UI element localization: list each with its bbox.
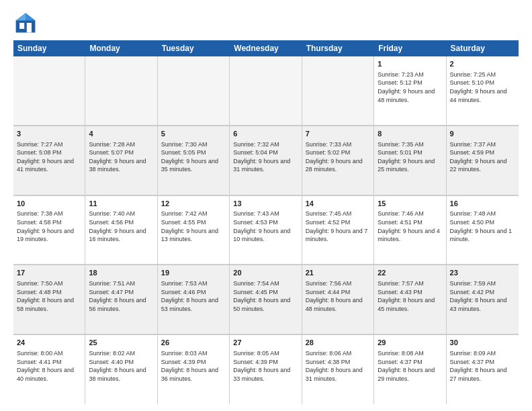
header-day-tuesday: Tuesday [158,40,230,56]
day-info: Sunrise: 7:32 AM Sunset: 5:04 PM Dayligh… [233,140,298,174]
day-info: Sunrise: 8:02 AM Sunset: 4:40 PM Dayligh… [89,349,153,383]
day-number: 22 [378,268,442,278]
day-info: Sunrise: 7:51 AM Sunset: 4:47 PM Dayligh… [89,279,153,313]
logo [13,11,40,35]
calendar-row-3: 17Sunrise: 7:50 AM Sunset: 4:48 PM Dayli… [13,265,519,335]
calendar-cell: 2Sunrise: 7:25 AM Sunset: 5:10 PM Daylig… [447,56,519,126]
day-info: Sunrise: 7:48 AM Sunset: 4:50 PM Dayligh… [450,210,515,243]
calendar-cell: 20Sunrise: 7:54 AM Sunset: 4:45 PM Dayli… [230,265,302,334]
header-day-monday: Monday [85,40,157,56]
day-number: 6 [233,129,298,139]
calendar-cell: 16Sunrise: 7:48 AM Sunset: 4:50 PM Dayli… [447,196,519,265]
day-number: 18 [89,268,153,278]
calendar-cell [85,56,157,126]
calendar-cell: 30Sunrise: 8:09 AM Sunset: 4:37 PM Dayli… [447,335,519,404]
day-info: Sunrise: 7:40 AM Sunset: 4:56 PM Dayligh… [89,210,153,243]
day-number: 26 [161,338,226,348]
calendar-cell: 13Sunrise: 7:43 AM Sunset: 4:53 PM Dayli… [230,196,302,265]
day-number: 11 [89,199,153,209]
day-info: Sunrise: 8:05 AM Sunset: 4:39 PM Dayligh… [233,349,298,383]
header-day-thursday: Thursday [302,40,374,56]
calendar-cell [13,56,85,126]
calendar: SundayMondayTuesdayWednesdayThursdayFrid… [13,40,519,404]
day-number: 4 [89,129,153,139]
day-number: 23 [450,268,515,278]
calendar-cell: 22Sunrise: 7:57 AM Sunset: 4:43 PM Dayli… [374,265,446,334]
calendar-row-2: 10Sunrise: 7:38 AM Sunset: 4:58 PM Dayli… [13,196,519,266]
day-number: 16 [450,199,515,209]
day-info: Sunrise: 7:35 AM Sunset: 5:01 PM Dayligh… [378,140,442,174]
day-info: Sunrise: 7:33 AM Sunset: 5:02 PM Dayligh… [306,140,370,174]
header-day-saturday: Saturday [447,40,519,56]
day-number: 17 [17,268,81,278]
day-number: 13 [233,199,298,209]
header-day-wednesday: Wednesday [230,40,302,56]
page: SundayMondayTuesdayWednesdayThursdayFrid… [0,0,532,411]
day-info: Sunrise: 7:46 AM Sunset: 4:51 PM Dayligh… [378,210,442,243]
calendar-cell: 3Sunrise: 7:27 AM Sunset: 5:08 PM Daylig… [13,126,85,195]
day-info: Sunrise: 7:23 AM Sunset: 5:12 PM Dayligh… [378,71,442,104]
header [13,11,519,35]
day-info: Sunrise: 7:50 AM Sunset: 4:48 PM Dayligh… [17,279,81,313]
calendar-cell: 5Sunrise: 7:30 AM Sunset: 5:05 PM Daylig… [158,126,230,195]
day-number: 7 [306,129,370,139]
day-number: 19 [161,268,226,278]
day-info: Sunrise: 7:43 AM Sunset: 4:53 PM Dayligh… [233,210,298,243]
day-info: Sunrise: 7:53 AM Sunset: 4:46 PM Dayligh… [161,279,226,313]
svg-rect-3 [19,23,24,29]
calendar-row-1: 3Sunrise: 7:27 AM Sunset: 5:08 PM Daylig… [13,126,519,196]
day-number: 2 [450,59,515,69]
day-info: Sunrise: 7:37 AM Sunset: 4:59 PM Dayligh… [450,140,515,174]
header-day-friday: Friday [374,40,446,56]
calendar-cell: 8Sunrise: 7:35 AM Sunset: 5:01 PM Daylig… [374,126,446,195]
day-info: Sunrise: 8:03 AM Sunset: 4:39 PM Dayligh… [161,349,226,383]
calendar-cell: 10Sunrise: 7:38 AM Sunset: 4:58 PM Dayli… [13,196,85,265]
day-number: 20 [233,268,298,278]
logo-icon [13,11,38,35]
calendar-cell: 18Sunrise: 7:51 AM Sunset: 4:47 PM Dayli… [85,265,157,334]
day-number: 29 [378,338,442,348]
calendar-cell: 1Sunrise: 7:23 AM Sunset: 5:12 PM Daylig… [374,56,446,126]
day-number: 10 [17,199,81,209]
day-number: 9 [450,129,515,139]
day-info: Sunrise: 7:28 AM Sunset: 5:07 PM Dayligh… [89,140,153,174]
svg-rect-4 [27,23,32,32]
day-info: Sunrise: 8:00 AM Sunset: 4:41 PM Dayligh… [17,349,81,383]
calendar-cell: 25Sunrise: 8:02 AM Sunset: 4:40 PM Dayli… [85,335,157,404]
calendar-cell: 11Sunrise: 7:40 AM Sunset: 4:56 PM Dayli… [85,196,157,265]
calendar-cell: 14Sunrise: 7:45 AM Sunset: 4:52 PM Dayli… [302,196,374,265]
calendar-cell [302,56,374,126]
day-info: Sunrise: 8:08 AM Sunset: 4:37 PM Dayligh… [378,349,442,383]
calendar-cell: 26Sunrise: 8:03 AM Sunset: 4:39 PM Dayli… [158,335,230,404]
day-info: Sunrise: 7:45 AM Sunset: 4:52 PM Dayligh… [306,210,370,243]
day-number: 27 [233,338,298,348]
day-number: 24 [17,338,81,348]
calendar-cell [230,56,302,126]
calendar-cell: 9Sunrise: 7:37 AM Sunset: 4:59 PM Daylig… [447,126,519,195]
day-number: 12 [161,199,226,209]
day-info: Sunrise: 7:38 AM Sunset: 4:58 PM Dayligh… [17,210,81,243]
calendar-cell: 27Sunrise: 8:05 AM Sunset: 4:39 PM Dayli… [230,335,302,404]
day-info: Sunrise: 7:56 AM Sunset: 4:44 PM Dayligh… [306,279,370,313]
calendar-row-4: 24Sunrise: 8:00 AM Sunset: 4:41 PM Dayli… [13,335,519,404]
day-info: Sunrise: 7:30 AM Sunset: 5:05 PM Dayligh… [161,140,226,174]
day-info: Sunrise: 7:59 AM Sunset: 4:42 PM Dayligh… [450,279,515,313]
header-day-sunday: Sunday [13,40,85,56]
day-number: 1 [378,59,442,69]
svg-marker-1 [26,13,35,21]
day-info: Sunrise: 7:25 AM Sunset: 5:10 PM Dayligh… [450,71,515,104]
day-number: 3 [17,129,81,139]
calendar-cell [158,56,230,126]
calendar-cell: 21Sunrise: 7:56 AM Sunset: 4:44 PM Dayli… [302,265,374,334]
calendar-cell: 23Sunrise: 7:59 AM Sunset: 4:42 PM Dayli… [447,265,519,334]
calendar-cell: 24Sunrise: 8:00 AM Sunset: 4:41 PM Dayli… [13,335,85,404]
calendar-row-0: 1Sunrise: 7:23 AM Sunset: 5:12 PM Daylig… [13,56,519,126]
day-number: 30 [450,338,515,348]
day-number: 21 [306,268,370,278]
day-number: 15 [378,199,442,209]
calendar-cell: 29Sunrise: 8:08 AM Sunset: 4:37 PM Dayli… [374,335,446,404]
calendar-cell: 12Sunrise: 7:42 AM Sunset: 4:55 PM Dayli… [158,196,230,265]
calendar-cell: 15Sunrise: 7:46 AM Sunset: 4:51 PM Dayli… [374,196,446,265]
calendar-cell: 17Sunrise: 7:50 AM Sunset: 4:48 PM Dayli… [13,265,85,334]
svg-marker-2 [16,13,26,21]
